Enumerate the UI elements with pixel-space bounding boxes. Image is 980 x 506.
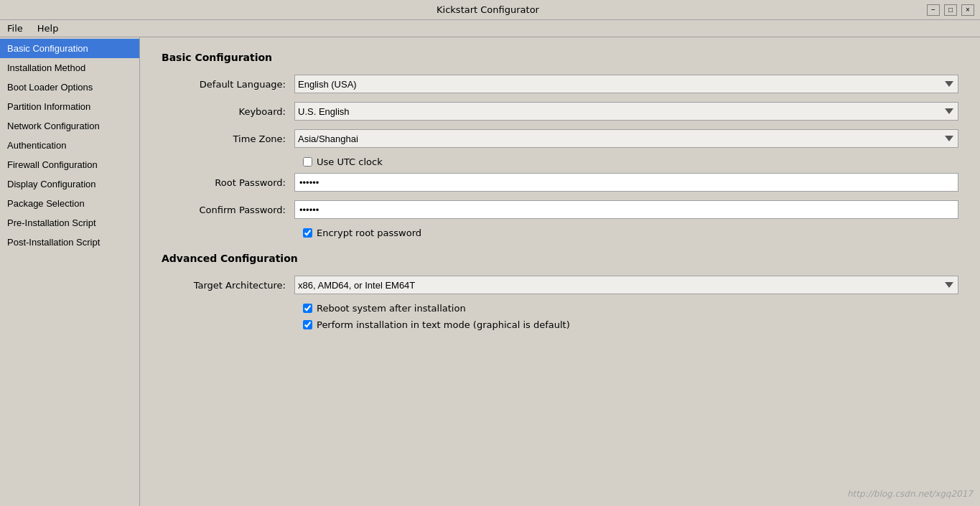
sidebar: Basic Configuration Installation Method … xyxy=(0,37,140,506)
confirm-password-input[interactable] xyxy=(294,200,958,219)
root-password-input[interactable] xyxy=(294,173,958,192)
target-arch-group: Target Architecture: x86, AMD64, or Inte… xyxy=(162,276,958,294)
time-zone-label: Time Zone: xyxy=(162,133,294,144)
menubar: File Help xyxy=(0,20,980,37)
sidebar-item-basic-configuration[interactable]: Basic Configuration xyxy=(0,39,139,58)
encrypt-password-checkbox[interactable] xyxy=(303,228,312,238)
titlebar: Kickstart Configurator − □ × xyxy=(0,0,980,20)
text-mode-checkbox[interactable] xyxy=(303,320,312,329)
time-zone-group: Time Zone: Asia/Shanghai xyxy=(162,129,958,148)
reboot-system-label: Reboot system after installation xyxy=(317,303,466,314)
target-arch-select[interactable]: x86, AMD64, or Intel EM64T xyxy=(294,276,958,294)
titlebar-title: Kickstart Configurator xyxy=(49,4,927,15)
encrypt-password-row: Encrypt root password xyxy=(162,228,958,238)
sidebar-item-boot-loader-options[interactable]: Boot Loader Options xyxy=(0,78,139,97)
root-password-label: Root Password: xyxy=(162,177,294,188)
sidebar-item-authentication[interactable]: Authentication xyxy=(0,136,139,155)
sidebar-item-package-selection[interactable]: Package Selection xyxy=(0,194,139,213)
sidebar-item-firewall-configuration[interactable]: Firewall Configuration xyxy=(0,155,139,174)
sidebar-item-pre-installation-script[interactable]: Pre-Installation Script xyxy=(0,213,139,233)
content-area: Basic Configuration Default Language: En… xyxy=(140,37,980,506)
reboot-system-row: Reboot system after installation xyxy=(162,303,958,314)
time-zone-control: Asia/Shanghai xyxy=(294,129,958,148)
sidebar-item-display-configuration[interactable]: Display Configuration xyxy=(0,174,139,194)
sidebar-item-network-configuration[interactable]: Network Configuration xyxy=(0,116,139,136)
utc-clock-checkbox[interactable] xyxy=(303,157,312,167)
target-arch-control: x86, AMD64, or Intel EM64T xyxy=(294,276,958,294)
encrypt-password-label: Encrypt root password xyxy=(317,228,421,238)
confirm-password-control xyxy=(294,200,958,219)
close-button[interactable]: × xyxy=(961,4,974,16)
titlebar-controls: − □ × xyxy=(927,4,974,16)
utc-clock-label: Use UTC clock xyxy=(317,156,383,167)
basic-section-title: Basic Configuration xyxy=(162,52,958,63)
default-language-control: English (USA) xyxy=(294,75,958,93)
text-mode-label: Perform installation in text mode (graph… xyxy=(317,319,570,330)
sidebar-item-installation-method[interactable]: Installation Method xyxy=(0,58,139,78)
keyboard-select[interactable]: U.S. English xyxy=(294,102,958,121)
minimize-button[interactable]: − xyxy=(927,4,940,16)
sidebar-item-partition-information[interactable]: Partition Information xyxy=(0,97,139,116)
root-password-group: Root Password: xyxy=(162,173,958,192)
default-language-select[interactable]: English (USA) xyxy=(294,75,958,93)
reboot-system-checkbox[interactable] xyxy=(303,304,312,313)
confirm-password-group: Confirm Password: xyxy=(162,200,958,219)
keyboard-control: U.S. English xyxy=(294,102,958,121)
default-language-group: Default Language: English (USA) xyxy=(162,75,958,93)
advanced-section: Advanced Configuration Target Architectu… xyxy=(162,253,958,330)
menu-help[interactable]: Help xyxy=(33,22,63,35)
keyboard-group: Keyboard: U.S. English xyxy=(162,102,958,121)
time-zone-select[interactable]: Asia/Shanghai xyxy=(294,129,958,148)
root-password-control xyxy=(294,173,958,192)
text-mode-row: Perform installation in text mode (graph… xyxy=(162,319,958,330)
utc-clock-row: Use UTC clock xyxy=(162,156,958,167)
watermark: http://blog.csdn.net/xgq2017 xyxy=(847,489,973,499)
menu-file[interactable]: File xyxy=(3,22,27,35)
confirm-password-label: Confirm Password: xyxy=(162,205,294,215)
keyboard-label: Keyboard: xyxy=(162,106,294,117)
main-layout: Basic Configuration Installation Method … xyxy=(0,37,980,506)
default-language-label: Default Language: xyxy=(162,79,294,90)
maximize-button[interactable]: □ xyxy=(944,4,957,16)
advanced-section-title: Advanced Configuration xyxy=(162,253,958,264)
sidebar-item-post-installation-script[interactable]: Post-Installation Script xyxy=(0,233,139,252)
target-arch-label: Target Architecture: xyxy=(162,280,294,291)
